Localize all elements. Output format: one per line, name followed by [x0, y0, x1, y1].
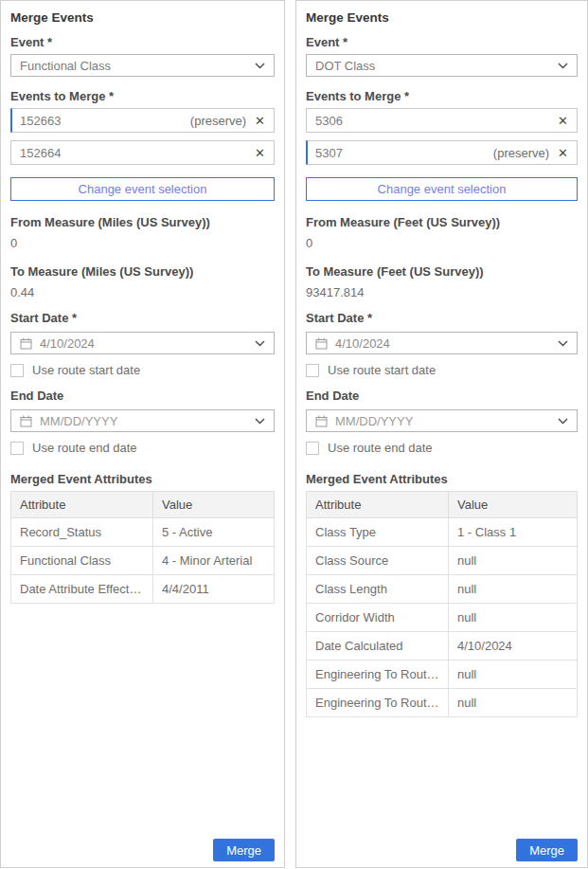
merge-button[interactable]: Merge — [516, 839, 578, 861]
calendar-icon — [20, 337, 32, 350]
page-title: Merge Events — [10, 10, 275, 26]
attribute-cell: Class Type — [307, 518, 449, 547]
value-cell: 4/10/2024 — [449, 632, 578, 661]
table-row: Engineering To Route ...null — [307, 689, 578, 717]
merge-events-panel-dot-class: Merge Events Event * DOT Class Events to… — [295, 0, 588, 868]
attribute-cell: Engineering To RouteID — [307, 661, 449, 689]
to-measure-value: 0.44 — [10, 286, 275, 299]
panel-footer: Merge — [10, 839, 275, 862]
end-date-placeholder: MM/DD/YYYY — [335, 414, 550, 428]
value-cell: null — [449, 604, 578, 632]
use-route-start-date-row[interactable]: Use route start date — [10, 363, 275, 377]
use-route-end-date-row[interactable]: Use route end date — [306, 441, 578, 455]
start-date-picker[interactable]: 4/10/2024 — [10, 332, 275, 354]
table-row: Class Type1 - Class 1 — [307, 518, 578, 547]
use-route-end-date-checkbox[interactable] — [306, 442, 319, 455]
page-title: Merge Events — [306, 10, 578, 26]
merged-event-attributes-table: Attribute Value Record_Status5 - ActiveF… — [10, 491, 275, 604]
event-to-merge-item[interactable]: 152663 (preserve) ✕ — [10, 108, 275, 133]
events-to-merge-label: Events to Merge * — [10, 89, 275, 104]
attribute-cell: Engineering To Route ... — [307, 689, 449, 717]
end-date-label: End Date — [306, 389, 578, 404]
to-measure-label: To Measure (Feet (US Survey)) — [306, 264, 578, 280]
merged-event-attributes-table: Attribute Value Class Type1 - Class 1Cla… — [306, 491, 578, 717]
chevron-down-icon — [255, 63, 265, 69]
attribute-cell: Date Attribute Effective — [11, 575, 153, 604]
table-row: Class Lengthnull — [307, 575, 578, 604]
remove-event-icon[interactable]: ✕ — [255, 147, 265, 159]
chevron-down-icon — [558, 340, 568, 347]
attribute-cell: Functional Class — [11, 547, 153, 575]
event-label: Event * — [306, 35, 578, 50]
remove-event-icon[interactable]: ✕ — [255, 115, 265, 127]
event-select[interactable]: Functional Class — [10, 54, 275, 77]
use-route-start-date-checkbox[interactable] — [306, 364, 319, 377]
use-route-start-date-checkbox[interactable] — [10, 364, 24, 377]
merged-event-attributes-title: Merged Event Attributes — [306, 472, 578, 487]
from-measure-value: 0 — [306, 237, 578, 250]
preserve-badge: (preserve) — [493, 146, 549, 160]
value-cell: null — [449, 575, 578, 604]
value-cell: 4 - Minor Arterial — [153, 547, 275, 575]
to-measure-label: To Measure (Miles (US Survey)) — [10, 264, 275, 280]
event-id: 5307 — [315, 146, 343, 160]
use-route-end-date-row[interactable]: Use route end date — [10, 441, 275, 455]
attribute-cell: Date Calculated — [307, 632, 449, 661]
value-cell: null — [449, 661, 578, 689]
table-header-row: Attribute Value — [307, 492, 578, 518]
from-measure-value: 0 — [10, 237, 275, 250]
event-label: Event * — [10, 35, 275, 50]
remove-event-icon[interactable]: ✕ — [558, 147, 568, 159]
chevron-down-icon — [558, 63, 568, 69]
to-measure-value: 93417.814 — [306, 286, 578, 299]
table-row: Class Sourcenull — [307, 547, 578, 575]
event-id: 5306 — [315, 114, 343, 128]
events-to-merge-label: Events to Merge * — [306, 89, 578, 104]
chevron-down-icon — [255, 340, 265, 347]
event-to-merge-item[interactable]: 5307 (preserve) ✕ — [306, 140, 578, 165]
merge-events-workspace: Merge Events Event * Functional Class Ev… — [0, 0, 588, 868]
table-row: Record_Status5 - Active — [11, 518, 275, 547]
attribute-column-header: Attribute — [11, 492, 153, 518]
start-date-label: Start Date * — [10, 311, 275, 326]
event-select-value: Functional Class — [20, 59, 255, 73]
attribute-cell: Class Length — [307, 575, 449, 604]
table-row: Date Calculated4/10/2024 — [307, 632, 578, 661]
change-event-selection-button[interactable]: Change event selection — [10, 177, 275, 201]
event-to-merge-item[interactable]: 152664 ✕ — [10, 140, 275, 165]
merge-button[interactable]: Merge — [213, 839, 275, 861]
value-cell: 1 - Class 1 — [449, 518, 578, 547]
event-to-merge-item[interactable]: 5306 ✕ — [306, 108, 578, 133]
attribute-cell: Record_Status — [11, 518, 153, 547]
use-route-end-date-checkbox[interactable] — [10, 442, 24, 455]
value-cell: null — [449, 547, 578, 575]
attribute-cell: Corridor Width — [307, 604, 449, 632]
merge-events-panel-functional-class: Merge Events Event * Functional Class Ev… — [0, 0, 285, 868]
use-route-start-date-row[interactable]: Use route start date — [306, 363, 578, 377]
calendar-icon — [315, 337, 328, 350]
table-row: Corridor Widthnull — [307, 604, 578, 632]
value-column-header: Value — [153, 492, 275, 518]
from-measure-label: From Measure (Feet (US Survey)) — [306, 215, 578, 230]
table-row: Date Attribute Effective4/4/2011 — [11, 575, 275, 604]
event-select[interactable]: DOT Class — [306, 54, 578, 77]
end-date-picker[interactable]: MM/DD/YYYY — [306, 409, 578, 432]
end-date-picker[interactable]: MM/DD/YYYY — [10, 409, 275, 432]
event-select-value: DOT Class — [315, 59, 558, 73]
table-header-row: Attribute Value — [11, 492, 275, 518]
start-date-picker[interactable]: 4/10/2024 — [306, 332, 578, 354]
change-event-selection-button[interactable]: Change event selection — [306, 177, 578, 201]
use-route-start-date-label: Use route start date — [328, 363, 436, 377]
calendar-icon — [315, 415, 328, 427]
event-id: 152664 — [20, 146, 61, 160]
use-route-start-date-label: Use route start date — [32, 363, 140, 377]
preserve-badge: (preserve) — [190, 114, 246, 128]
start-date-value: 4/10/2024 — [335, 336, 550, 351]
attribute-column-header: Attribute — [307, 492, 449, 518]
remove-event-icon[interactable]: ✕ — [558, 115, 568, 127]
merged-event-attributes-title: Merged Event Attributes — [10, 472, 275, 487]
table-row: Engineering To RouteIDnull — [307, 661, 578, 689]
value-column-header: Value — [449, 492, 578, 518]
end-date-label: End Date — [10, 389, 275, 404]
panel-footer: Merge — [306, 839, 578, 862]
